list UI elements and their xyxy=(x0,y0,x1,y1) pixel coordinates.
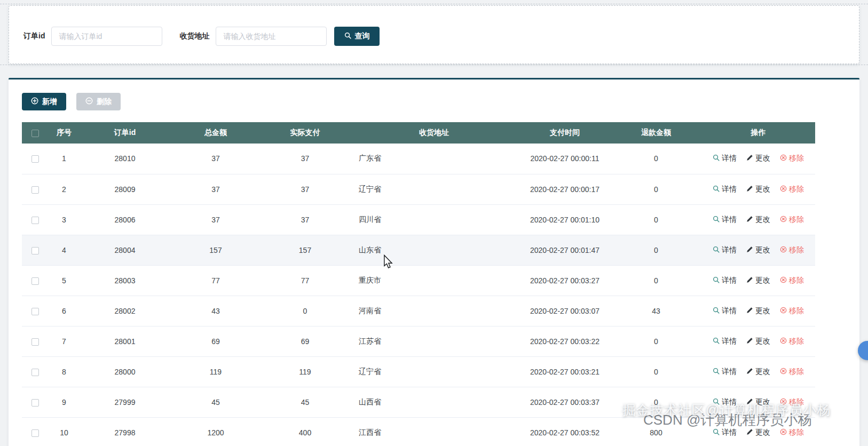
cell-total: 77 xyxy=(170,265,261,296)
edit-link[interactable]: 更改 xyxy=(746,185,770,194)
detail-link[interactable]: 详情 xyxy=(713,306,737,316)
detail-link-label: 详情 xyxy=(722,185,737,194)
cell-paid: 77 xyxy=(261,265,349,296)
detail-link[interactable]: 详情 xyxy=(713,245,737,255)
remove-link[interactable]: 移除 xyxy=(780,245,804,255)
circle-x-icon xyxy=(780,246,787,254)
delete-button-label: 删除 xyxy=(97,97,112,107)
column-header-total: 总金额 xyxy=(170,122,261,144)
cell-paid: 45 xyxy=(261,387,349,417)
edit-link[interactable]: 更改 xyxy=(746,306,770,316)
cell-index: 10 xyxy=(49,417,80,446)
cell-paid: 37 xyxy=(261,144,349,174)
cell-pay-time: 2020-02-27 00:03:52 xyxy=(519,417,611,446)
edit-link[interactable]: 更改 xyxy=(746,215,770,225)
cell-address: 四川省 xyxy=(349,204,519,235)
pencil-icon xyxy=(746,154,753,163)
remove-link[interactable]: 移除 xyxy=(780,215,804,225)
address-input[interactable] xyxy=(216,27,327,46)
detail-link[interactable]: 详情 xyxy=(713,215,737,225)
cell-address: 江西省 xyxy=(349,417,519,446)
detail-link[interactable]: 详情 xyxy=(713,185,737,194)
table-row: 4 28004 157 157 山东省 2020-02-27 00:01:47 … xyxy=(22,235,815,265)
row-checkbox[interactable] xyxy=(31,277,39,285)
detail-link-label: 详情 xyxy=(722,367,737,377)
cell-pay-time: 2020-02-27 00:03:22 xyxy=(519,326,611,356)
detail-link[interactable]: 详情 xyxy=(713,337,737,346)
column-header-order-id: 订单id xyxy=(80,122,170,144)
edit-link-label: 更改 xyxy=(755,337,770,346)
detail-link-label: 详情 xyxy=(722,215,737,225)
magnifier-icon xyxy=(713,307,720,315)
remove-link[interactable]: 移除 xyxy=(780,367,804,377)
cell-index: 8 xyxy=(49,356,80,387)
cell-total: 1200 xyxy=(170,417,261,446)
table-row: 2 28009 37 37 辽宁省 2020-02-27 00:00:17 0 … xyxy=(22,174,815,204)
remove-link[interactable]: 移除 xyxy=(780,306,804,316)
remove-link[interactable]: 移除 xyxy=(780,337,804,346)
edit-link[interactable]: 更改 xyxy=(746,367,770,377)
magnifier-icon xyxy=(713,154,720,163)
edit-link[interactable]: 更改 xyxy=(746,276,770,285)
edit-link-label: 更改 xyxy=(755,306,770,316)
cell-order-id: 28003 xyxy=(80,265,170,296)
edit-link-label: 更改 xyxy=(755,245,770,255)
cell-refund: 0 xyxy=(611,144,701,174)
cell-refund: 43 xyxy=(611,296,701,326)
cell-total: 119 xyxy=(170,356,261,387)
cell-index: 6 xyxy=(49,296,80,326)
detail-link-label: 详情 xyxy=(722,154,737,163)
remove-link[interactable]: 移除 xyxy=(780,185,804,194)
order-id-label: 订单id xyxy=(23,31,45,41)
cell-pay-time: 2020-02-27 00:03:27 xyxy=(519,265,611,296)
query-button[interactable]: 查询 xyxy=(334,27,380,46)
row-checkbox[interactable] xyxy=(31,217,39,224)
order-table-body: 1 28010 37 37 广东省 2020-02-27 00:00:11 0 … xyxy=(22,144,815,446)
edit-link[interactable]: 更改 xyxy=(746,245,770,255)
cell-refund: 0 xyxy=(611,174,701,204)
cell-paid: 119 xyxy=(261,356,349,387)
cell-paid: 37 xyxy=(261,204,349,235)
edit-link-label: 更改 xyxy=(755,215,770,225)
pencil-icon xyxy=(746,216,753,224)
cell-address: 广东省 xyxy=(349,144,519,174)
row-checkbox[interactable] xyxy=(31,247,39,254)
edit-link-label: 更改 xyxy=(755,185,770,194)
delete-button[interactable]: 删除 xyxy=(76,93,121,110)
order-table: 序号 订单id 总金额 实际支付 收货地址 支付时间 退款金额 操作 1 280… xyxy=(22,122,815,446)
row-checkbox[interactable] xyxy=(31,429,39,437)
remove-link-label: 移除 xyxy=(789,367,804,377)
cell-index: 7 xyxy=(49,326,80,356)
table-row: 1 28010 37 37 广东省 2020-02-27 00:00:11 0 … xyxy=(22,144,815,174)
remove-link-label: 移除 xyxy=(789,185,804,194)
column-header-address: 收货地址 xyxy=(349,122,519,144)
magnifier-icon xyxy=(713,368,720,376)
edit-link[interactable]: 更改 xyxy=(746,337,770,346)
cell-refund: 0 xyxy=(611,235,701,265)
circle-x-icon xyxy=(780,216,787,224)
row-checkbox[interactable] xyxy=(31,338,39,346)
row-checkbox[interactable] xyxy=(31,308,39,315)
row-checkbox[interactable] xyxy=(31,186,39,194)
detail-link[interactable]: 详情 xyxy=(713,276,737,285)
table-row: 6 28002 43 0 河南省 2020-02-27 00:03:07 43 … xyxy=(22,296,815,326)
cell-total: 37 xyxy=(170,174,261,204)
add-button[interactable]: 新增 xyxy=(22,93,66,110)
cell-total: 157 xyxy=(170,235,261,265)
detail-link[interactable]: 详情 xyxy=(713,154,737,163)
table-card: 新增 删除 序号 订单id 总金额 实际支付 收货地址 支付时间 xyxy=(9,78,859,446)
cell-paid: 400 xyxy=(261,417,349,446)
cell-refund: 0 xyxy=(611,265,701,296)
row-checkbox[interactable] xyxy=(31,155,39,163)
row-checkbox[interactable] xyxy=(31,369,39,376)
cell-order-id: 28009 xyxy=(80,174,170,204)
select-all-checkbox[interactable] xyxy=(31,130,39,137)
remove-link[interactable]: 移除 xyxy=(780,276,804,285)
remove-link[interactable]: 移除 xyxy=(780,154,804,163)
order-id-input[interactable] xyxy=(51,27,162,46)
row-checkbox[interactable] xyxy=(31,399,39,407)
edit-link[interactable]: 更改 xyxy=(746,154,770,163)
edit-link-label: 更改 xyxy=(755,367,770,377)
cell-address: 山西省 xyxy=(349,387,519,417)
detail-link[interactable]: 详情 xyxy=(713,367,737,377)
